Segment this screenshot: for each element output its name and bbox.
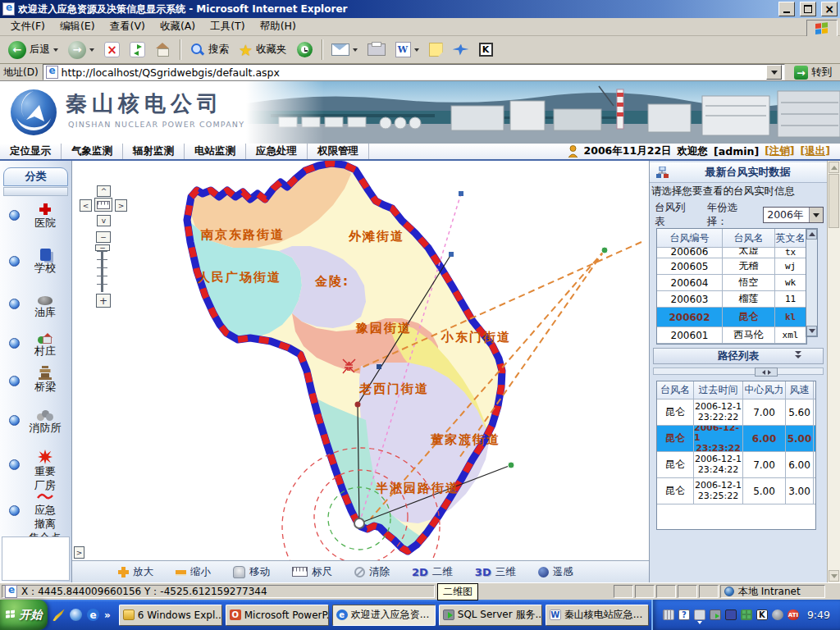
exit-link[interactable]: [退出] bbox=[801, 144, 830, 158]
tab-permissions[interactable]: 权限管理 bbox=[308, 144, 369, 159]
back-dropdown-icon[interactable] bbox=[53, 48, 58, 52]
clear-tool[interactable]: 清除 bbox=[354, 565, 390, 579]
taskbar-button-explorer-group[interactable]: 6 Windows Expl... bbox=[119, 605, 222, 626]
panel-hscrollbar[interactable] bbox=[653, 368, 824, 375]
sidebar-item-key-plant[interactable]: 重要 厂房 bbox=[21, 450, 69, 492]
menu-tools[interactable]: 工具(T) bbox=[203, 17, 252, 36]
zoom-slider-track[interactable] bbox=[97, 251, 107, 292]
menu-file[interactable]: 文件(F) bbox=[3, 17, 52, 36]
sidebar-item-hospital[interactable]: 医院 bbox=[21, 202, 69, 230]
menu-view[interactable]: 查看(V) bbox=[103, 17, 153, 36]
typhoon-row[interactable]: 200601 西马伦 xml bbox=[657, 327, 806, 344]
layer-toggle-bridge[interactable] bbox=[9, 376, 20, 386]
back-button[interactable]: 后退 bbox=[4, 39, 62, 61]
layer-toggle-village[interactable] bbox=[9, 338, 20, 349]
gis-map[interactable]: 南京东路街道 外滩街道 人民广场街道 金陵: 豫园街道 小东门街道 老西门街道 … bbox=[72, 161, 649, 560]
restore-button[interactable] bbox=[800, 2, 816, 16]
view-2d-tool[interactable]: 2D二维 bbox=[412, 565, 453, 579]
typhoon-row[interactable]: 200605 无稽 wj bbox=[657, 258, 806, 275]
close-button[interactable] bbox=[821, 2, 838, 16]
taskbar-button-powerpoint[interactable]: Microsoft PowerP... bbox=[226, 605, 329, 626]
layer-toggle-hospital[interactable] bbox=[9, 210, 20, 221]
zoom-out-step-button[interactable]: − bbox=[96, 231, 111, 243]
typhoon-point-red[interactable] bbox=[355, 402, 361, 408]
refresh-button[interactable] bbox=[126, 40, 149, 59]
sqlserver-tray-icon[interactable] bbox=[710, 609, 721, 620]
tab-radiation[interactable]: 辐射监测 bbox=[123, 144, 185, 159]
extent-button[interactable] bbox=[94, 198, 112, 212]
pan-down-button[interactable]: v bbox=[97, 215, 111, 226]
menu-favorites[interactable]: 收藏(A) bbox=[153, 17, 203, 36]
typhoon-point-green[interactable] bbox=[508, 462, 514, 468]
typhoon-row[interactable]: 200606 太虚 tx bbox=[657, 248, 806, 258]
typhoon-point-green[interactable] bbox=[601, 247, 608, 253]
tab-weather[interactable]: 气象监测 bbox=[62, 144, 123, 159]
zoom-slider-handle[interactable]: − bbox=[95, 244, 110, 251]
zoom-in-tool[interactable]: 放大 bbox=[118, 565, 153, 579]
ati-tray-icon[interactable] bbox=[788, 609, 799, 620]
minimize-button[interactable] bbox=[778, 2, 795, 16]
map-area[interactable]: 南京东路街道 外滩街道 人民广场街道 金陵: 豫园街道 小东门街道 老西门街道 … bbox=[72, 161, 649, 582]
taskbar-button-sqlserver[interactable]: SQL Server 服务... bbox=[439, 605, 542, 626]
typhoon-table-scrollbar[interactable] bbox=[806, 228, 818, 337]
page-scrollbar[interactable] bbox=[827, 161, 840, 582]
zoom-out-tool[interactable]: 缩小 bbox=[176, 565, 211, 579]
word-dropdown-icon[interactable] bbox=[414, 48, 419, 52]
layer-toggle-oil-depot[interactable] bbox=[9, 299, 20, 309]
year-select[interactable]: 2006年 bbox=[763, 207, 824, 223]
quicklaunch-pencil-icon[interactable] bbox=[52, 609, 65, 621]
pan-left-button[interactable]: < bbox=[80, 199, 92, 212]
sidebar-item-village[interactable]: 村庄 bbox=[21, 330, 69, 358]
layer-toggle-assembly-point[interactable] bbox=[9, 505, 20, 516]
input-language-tray-icon[interactable] bbox=[694, 609, 705, 620]
pan-up-button[interactable]: ^ bbox=[97, 185, 111, 197]
path-list-bar[interactable]: 路径列表 bbox=[653, 348, 824, 364]
typhoon-point-navy[interactable] bbox=[377, 364, 381, 369]
tab-emergency[interactable]: 应急处理 bbox=[246, 144, 308, 159]
sidebar-item-fire-station[interactable]: 消防所 bbox=[21, 407, 69, 435]
grid-utility-tray-icon[interactable] bbox=[741, 609, 752, 620]
ruler-tool[interactable]: 标尺 bbox=[292, 565, 332, 579]
typhoon-point-blue[interactable] bbox=[449, 252, 454, 257]
quicklaunch-overflow-chevron[interactable] bbox=[104, 609, 111, 621]
mail-button[interactable] bbox=[327, 42, 362, 57]
remote-sensing-tool[interactable]: 遥感 bbox=[538, 565, 573, 579]
home-button[interactable] bbox=[151, 40, 175, 59]
collapse-chevron-icon[interactable] bbox=[795, 351, 801, 358]
menu-help[interactable]: 帮助(H) bbox=[253, 17, 304, 36]
forward-button[interactable] bbox=[64, 39, 98, 61]
detail-row-selected[interactable]: 昆仑 2006-12-123:23:22 6.00 5.00 bbox=[657, 426, 815, 452]
history-button[interactable] bbox=[293, 40, 317, 59]
layer-toggle-school[interactable] bbox=[9, 256, 20, 267]
keyboard-tray-icon[interactable] bbox=[663, 609, 674, 620]
page-scroll-thumb[interactable] bbox=[829, 174, 839, 228]
typhoon-row[interactable]: 200604 悟空 wk bbox=[657, 275, 806, 291]
scroll-up-button[interactable] bbox=[806, 229, 817, 240]
typhoon-row-selected[interactable]: 200602 昆仑 kl bbox=[657, 308, 806, 327]
category-header[interactable]: 分类 bbox=[3, 167, 68, 186]
tab-station[interactable]: 电站监测 bbox=[185, 144, 246, 159]
year-dropdown-button[interactable] bbox=[809, 208, 823, 222]
help-tray-icon[interactable] bbox=[678, 609, 690, 620]
print-button[interactable] bbox=[363, 42, 390, 57]
tab-positioning[interactable]: 定位显示 bbox=[0, 144, 62, 159]
stop-button[interactable] bbox=[100, 40, 124, 59]
pan-tool[interactable]: 移动 bbox=[233, 565, 270, 579]
sidebar-item-school[interactable]: 学校 bbox=[21, 247, 69, 275]
scroll-down-button[interactable] bbox=[806, 326, 817, 336]
notes-button[interactable] bbox=[425, 41, 447, 58]
network-tray-icon[interactable] bbox=[725, 609, 737, 620]
layer-toggle-key-plant[interactable] bbox=[9, 459, 20, 470]
start-button[interactable]: 开始 bbox=[0, 600, 48, 630]
pan-right-button[interactable]: > bbox=[115, 199, 127, 212]
quicklaunch-ie-icon[interactable] bbox=[87, 609, 99, 621]
sidebar-expand-button[interactable]: > bbox=[74, 546, 84, 559]
favorites-button[interactable]: 收藏夹 bbox=[235, 41, 291, 59]
go-button[interactable]: 转到 bbox=[789, 66, 837, 80]
search-button[interactable]: 搜索 bbox=[185, 40, 233, 59]
taskbar-button-ie-active[interactable]: 欢迎进入应急资... bbox=[332, 605, 436, 626]
zoom-in-step-button[interactable]: + bbox=[96, 294, 111, 308]
detail-row[interactable]: 昆仑 2006-12-123:24:22 7.00 6.00 bbox=[657, 452, 815, 478]
address-input[interactable]: http://localhost/QSgridwebgis/default.as… bbox=[43, 64, 785, 80]
logout-link[interactable]: [注销] bbox=[765, 144, 794, 158]
